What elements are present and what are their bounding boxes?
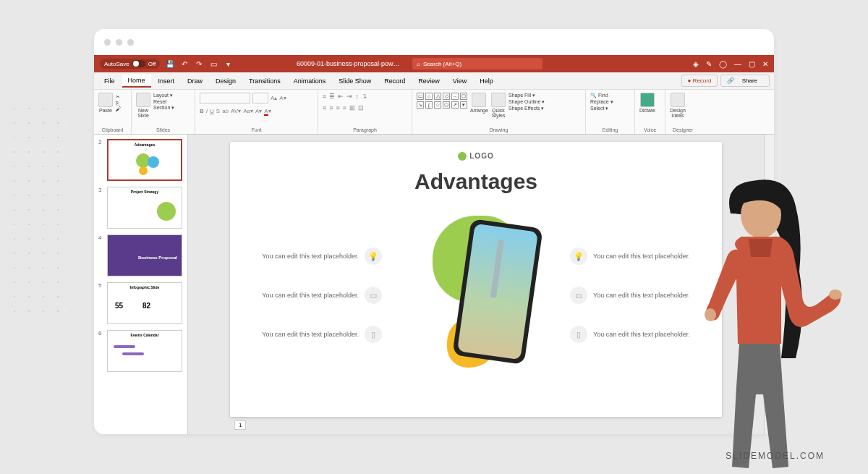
decrease-font-icon[interactable]: A▾ — [279, 95, 286, 101]
undo-icon[interactable]: ↶ — [180, 59, 189, 68]
tab-view[interactable]: View — [447, 75, 472, 87]
font-color-button[interactable]: A▾ — [264, 108, 271, 114]
thumbnail-5[interactable]: 5 Infographic Slide 55 82 — [98, 282, 183, 324]
find-button[interactable]: 🔍 Find — [590, 93, 613, 98]
tab-insert[interactable]: Insert — [153, 75, 181, 87]
lightbulb-icon: 💡 — [365, 247, 382, 265]
search-box[interactable]: ⌕ Search (Alt+Q) — [412, 58, 542, 69]
advantage-item[interactable]: 💡You can edit this text placeholder. — [570, 247, 700, 265]
arrange-button[interactable]: Arrange — [470, 93, 488, 113]
indent-dec-icon[interactable]: ⇤ — [338, 93, 344, 100]
thumbnail-panel[interactable]: 2 Advantages 3 Project Strategy 4 Busine… — [94, 135, 188, 434]
close-icon[interactable]: ✕ — [762, 60, 768, 68]
quick-styles-button[interactable]: Quick Styles — [491, 93, 506, 118]
minimize-icon[interactable]: — — [734, 60, 741, 68]
layout-button[interactable]: Layout ▾ — [153, 93, 174, 98]
clipboard-icon — [98, 93, 113, 107]
font-size-box[interactable] — [252, 93, 268, 103]
align-left-icon[interactable]: ≡ — [323, 104, 326, 111]
document-name[interactable]: 60009-01-business-proposal-pow… — [297, 60, 400, 67]
tab-file[interactable]: File — [98, 75, 121, 87]
tab-home[interactable]: Home — [122, 75, 151, 88]
browser-window: AutoSave Off 💾 ↶ ↷ ▭ ▾ 60009-01-business… — [94, 29, 774, 434]
tab-draw[interactable]: Draw — [182, 75, 208, 87]
advantage-item[interactable]: ▭You can edit this text placeholder. — [570, 287, 700, 304]
line-spacing-icon[interactable]: ↕ — [355, 93, 359, 100]
tab-review[interactable]: Review — [412, 75, 446, 87]
maximize-icon[interactable]: ▢ — [749, 60, 755, 68]
shape-fill-button[interactable]: Shape Fill ▾ — [509, 93, 545, 98]
format-painter-icon[interactable]: 🖌 — [116, 106, 121, 111]
thumbnail-2[interactable]: 2 Advantages — [98, 139, 183, 181]
group-paragraph: ≡≣⇤⇥↕↴ ≡≡≡≡⊞⊡ Paragraph — [318, 90, 412, 134]
align-right-icon[interactable]: ≡ — [336, 104, 340, 111]
thumbnail-3[interactable]: 3 Project Strategy — [98, 187, 183, 229]
spacing-button[interactable]: AV▾ — [231, 108, 241, 114]
indent-inc-icon[interactable]: ⇥ — [346, 93, 352, 100]
tab-design[interactable]: Design — [210, 75, 242, 87]
user-icon[interactable]: ◯ — [719, 60, 727, 68]
italic-button[interactable]: I — [206, 108, 208, 114]
tab-slideshow[interactable]: Slide Show — [333, 75, 377, 87]
autosave-toggle[interactable]: AutoSave Off — [100, 59, 160, 69]
slide[interactable]: LOGO Advantages 💡You can edit this text … — [230, 142, 722, 417]
font-family-box[interactable] — [200, 93, 250, 103]
dropdown-icon[interactable]: ▾ — [224, 59, 232, 68]
advantage-item[interactable]: ▯You can edit this text placeholder. — [252, 326, 382, 343]
slide-title[interactable]: Advantages — [252, 169, 700, 194]
text-direction-icon[interactable]: ↴ — [362, 93, 367, 100]
align-center-icon[interactable]: ≡ — [329, 104, 333, 111]
record-button[interactable]: ● Record — [681, 75, 718, 87]
person-illustration — [687, 170, 846, 474]
center-graphic[interactable] — [389, 208, 563, 382]
advantage-item[interactable]: 💡You can edit this text placeholder. — [252, 247, 382, 265]
title-right: ◈ ✎ ◯ — ▢ ✕ — [693, 60, 768, 68]
tab-transitions[interactable]: Transitions — [243, 75, 286, 87]
copy-icon[interactable]: ⎘ — [116, 101, 121, 106]
increase-font-icon[interactable]: A▴ — [271, 95, 277, 101]
highlight-button[interactable]: A▾ — [255, 108, 262, 114]
shapes-gallery[interactable]: ▭○△◇→⬡ ↘{☆⬠↗▾ — [417, 93, 467, 109]
underline-button[interactable]: U — [210, 108, 214, 114]
design-ideas-icon — [671, 93, 685, 107]
shadow-button[interactable]: ab — [222, 108, 229, 114]
new-slide-button[interactable]: New Slide — [136, 93, 150, 118]
toggle-icon[interactable] — [132, 60, 145, 67]
shape-outline-button[interactable]: Shape Outline ▾ — [509, 99, 545, 105]
tab-record[interactable]: Record — [378, 75, 411, 87]
group-clipboard: Paste ✂⎘🖌 Clipboard — [94, 90, 132, 134]
thumbnail-4[interactable]: 4 Business Proposal — [98, 234, 183, 276]
svg-point-1 — [829, 289, 842, 300]
case-button[interactable]: Aa▾ — [243, 108, 253, 114]
redo-icon[interactable]: ↷ — [195, 59, 203, 68]
advantage-item[interactable]: ▯You can edit this text placeholder. — [570, 326, 700, 343]
dictate-button[interactable]: Dictate — [639, 93, 655, 113]
thumbnail-6[interactable]: 6 Events Calendar — [98, 330, 183, 372]
diamond-icon[interactable]: ◈ — [693, 60, 699, 68]
work-area: 2 Advantages 3 Project Strategy 4 Busine… — [94, 135, 774, 434]
smartart-icon[interactable]: ⊡ — [358, 104, 364, 111]
bullets-icon[interactable]: ≡ — [323, 93, 326, 100]
design-ideas-button[interactable]: Design Ideas — [670, 93, 686, 118]
logo-icon — [458, 152, 467, 161]
columns-icon[interactable]: ⊞ — [349, 104, 355, 111]
strike-button[interactable]: S — [216, 108, 220, 114]
tab-help[interactable]: Help — [474, 75, 499, 87]
section-button[interactable]: Section ▾ — [153, 105, 174, 111]
reset-button[interactable]: Reset — [153, 99, 174, 104]
tab-animations[interactable]: Animations — [288, 75, 332, 87]
advantage-item[interactable]: ▭You can edit this text placeholder. — [252, 287, 382, 304]
canvas[interactable]: LOGO Advantages 💡You can edit this text … — [188, 135, 764, 434]
cut-icon[interactable]: ✂ — [116, 94, 121, 100]
replace-button[interactable]: Replace ▾ — [590, 99, 613, 105]
save-icon[interactable]: 💾 — [166, 59, 174, 68]
bold-button[interactable]: B — [200, 108, 204, 114]
pen-icon[interactable]: ✎ — [706, 60, 712, 68]
shape-effects-button[interactable]: Shape Effects ▾ — [509, 106, 545, 111]
paste-button[interactable]: Paste — [98, 93, 113, 113]
share-button[interactable]: 🔗 Share — [720, 75, 770, 87]
slideshow-icon[interactable]: ▭ — [209, 59, 218, 68]
numbering-icon[interactable]: ≣ — [329, 93, 335, 100]
justify-icon[interactable]: ≡ — [343, 104, 346, 111]
select-button[interactable]: Select ▾ — [590, 106, 613, 111]
